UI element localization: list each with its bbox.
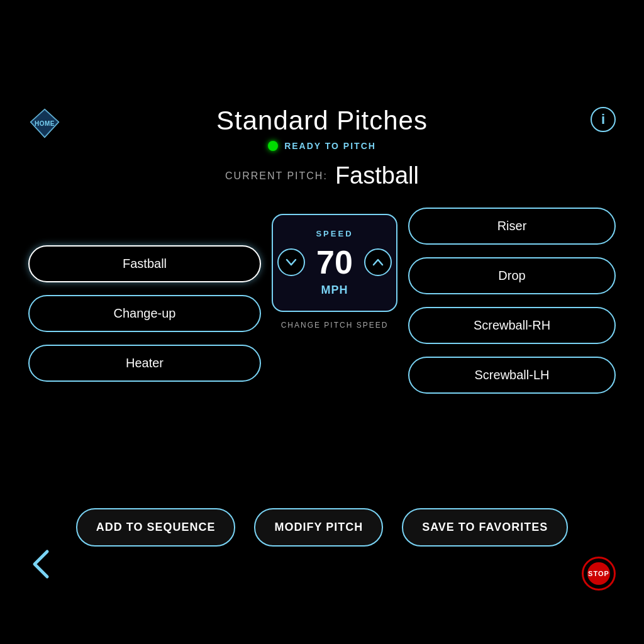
pitch-button-screwball-lh[interactable]: Screwball-LH bbox=[408, 357, 616, 394]
speed-unit-row: MPH bbox=[321, 284, 348, 297]
main-content: Fastball Change-up Heater SPEED 70 bbox=[0, 208, 644, 394]
speed-control: SPEED 70 MPH bbox=[261, 208, 408, 330]
home-button[interactable]: HOME bbox=[28, 107, 61, 140]
speed-increase-button[interactable] bbox=[364, 248, 392, 276]
add-to-sequence-button[interactable]: ADD TO SEQUENCE bbox=[76, 508, 236, 547]
speed-unit: MPH bbox=[321, 284, 348, 297]
current-pitch-label: CURRENT PITCH: bbox=[225, 170, 328, 182]
modify-pitch-button[interactable]: MODIFY PITCH bbox=[254, 508, 383, 547]
speed-box: SPEED 70 MPH bbox=[272, 214, 397, 312]
left-pitch-list: Fastball Change-up Heater bbox=[28, 245, 261, 382]
action-buttons: ADD TO SEQUENCE MODIFY PITCH SAVE TO FAV… bbox=[0, 508, 644, 547]
right-pitch-list: Riser Drop Screwball-RH Screwball-LH bbox=[408, 208, 616, 394]
page-title: Standard Pitches bbox=[216, 106, 428, 136]
speed-controls: 70 bbox=[277, 246, 392, 279]
pitch-button-fastball[interactable]: Fastball bbox=[28, 245, 261, 282]
back-button[interactable] bbox=[28, 548, 53, 584]
speed-decrease-button[interactable] bbox=[277, 248, 305, 276]
info-icon: i bbox=[601, 111, 605, 128]
change-speed-label: CHANGE PITCH SPEED bbox=[281, 321, 389, 330]
speed-value: 70 bbox=[316, 246, 353, 279]
status-dot bbox=[268, 141, 278, 151]
info-button[interactable]: i bbox=[591, 107, 616, 132]
chevron-down-icon bbox=[284, 255, 298, 269]
back-arrow-icon bbox=[28, 548, 53, 580]
save-to-favorites-button[interactable]: SAVE TO FAVORITES bbox=[402, 508, 568, 547]
stop-button[interactable]: STOP bbox=[582, 557, 616, 591]
main-screen: HOME i Standard Pitches READY TO PITCH C… bbox=[0, 0, 644, 644]
pitch-button-riser[interactable]: Riser bbox=[408, 208, 616, 245]
pitch-button-heater[interactable]: Heater bbox=[28, 345, 261, 382]
svg-text:HOME: HOME bbox=[35, 120, 55, 127]
current-pitch-value: Fastball bbox=[335, 162, 419, 189]
status-row: READY TO PITCH bbox=[268, 141, 376, 151]
chevron-up-icon bbox=[371, 255, 385, 269]
pitch-button-drop[interactable]: Drop bbox=[408, 257, 616, 294]
stop-icon: STOP bbox=[587, 562, 610, 585]
current-pitch-row: CURRENT PITCH: Fastball bbox=[225, 162, 419, 189]
pitch-button-screwball-rh[interactable]: Screwball-RH bbox=[408, 307, 616, 344]
speed-label: SPEED bbox=[316, 229, 353, 238]
status-text: READY TO PITCH bbox=[284, 141, 376, 151]
pitch-button-changeup[interactable]: Change-up bbox=[28, 295, 261, 332]
